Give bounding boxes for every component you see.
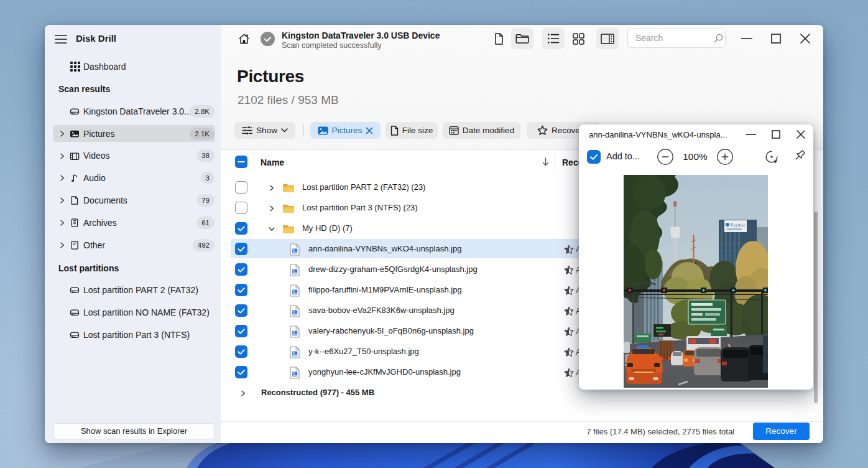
svg-text:주식회사: 주식회사 (730, 223, 745, 227)
